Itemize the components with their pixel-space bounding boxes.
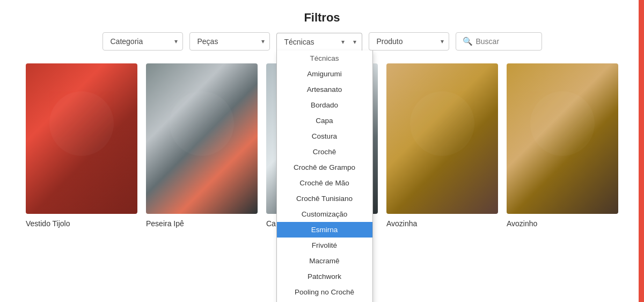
product-image-4 (507, 63, 618, 214)
tecnicas-dropdown: TécnicasAmigurumiArtesanatoBordadoCapaCo… (276, 51, 373, 303)
produto-wrapper: Produto (369, 32, 449, 51)
product-image-0 (26, 63, 137, 214)
dropdown-item-8[interactable]: Crochê de Mão (277, 175, 372, 191)
categoria-select[interactable]: Categoria (103, 32, 183, 51)
dropdown-item-3[interactable]: Bordado (277, 97, 372, 113)
product-label-3: Avozinha (386, 214, 498, 230)
dropdown-item-6[interactable]: Crochê (277, 144, 372, 160)
dropdown-item-11[interactable]: Esmirna (277, 222, 372, 238)
product-label-4: Avozinho (507, 214, 618, 230)
dropdown-item-2[interactable]: Artesanato (277, 82, 372, 97)
tecnicas-trigger[interactable]: Técnicas ▾ (276, 33, 362, 51)
search-box: 🔍 (456, 32, 542, 51)
svg-point-1 (49, 91, 114, 156)
tecnicas-label: Técnicas (284, 38, 314, 46)
product-image-3 (386, 63, 498, 214)
red-strip (639, 0, 644, 302)
dropdown-item-4[interactable]: Capa (277, 113, 372, 128)
product-card-1[interactable]: Peseira Ipê (146, 63, 258, 230)
filters-section: Filtros Categoria Peças Técnicas ▾ (0, 0, 644, 59)
dropdown-item-1[interactable]: Amigurumi (277, 66, 372, 82)
dropdown-item-0[interactable]: Técnicas (277, 51, 372, 66)
pecas-wrapper: Peças (189, 32, 270, 51)
dropdown-item-14[interactable]: Patchwork (277, 269, 372, 284)
filters-title: Filtros (21, 11, 623, 25)
svg-point-9 (530, 91, 595, 156)
dropdown-item-15[interactable]: Pooling no Crochê (277, 284, 372, 300)
categoria-wrapper: Categoria (103, 32, 183, 51)
pecas-select[interactable]: Peças (189, 32, 270, 51)
product-label-1: Peseira Ipê (146, 214, 258, 230)
product-card-3[interactable]: Avozinha (386, 63, 498, 230)
dropdown-item-9[interactable]: Crochê Tunisiano (277, 191, 372, 206)
search-input[interactable] (476, 37, 535, 46)
search-icon: 🔍 (463, 37, 473, 46)
product-image-1 (146, 63, 258, 214)
product-card-0[interactable]: Vestido Tijolo (26, 63, 137, 230)
svg-point-7 (410, 91, 474, 156)
product-label-0: Vestido Tijolo (26, 214, 137, 230)
tecnicas-arrow-icon: ▾ (341, 38, 345, 46)
dropdown-item-13[interactable]: Macramê (277, 253, 372, 269)
page-container: Filtros Categoria Peças Técnicas ▾ (0, 0, 644, 302)
product-card-4[interactable]: Avozinho (507, 63, 618, 230)
dropdown-item-10[interactable]: Customização (277, 206, 372, 222)
produto-select[interactable]: Produto (369, 32, 449, 51)
dropdown-item-5[interactable]: Costura (277, 128, 372, 144)
dropdown-item-16[interactable]: Pooling no Tricô (277, 300, 372, 303)
filters-row: Categoria Peças Técnicas ▾ TécnicasAmigu… (21, 32, 623, 51)
svg-point-3 (170, 91, 234, 156)
dropdown-item-12[interactable]: Frivolité (277, 238, 372, 253)
dropdown-item-7[interactable]: Crochê de Grampo (277, 160, 372, 175)
tecnicas-wrapper: Técnicas ▾ TécnicasAmigurumiArtesanatoBo… (276, 33, 362, 51)
